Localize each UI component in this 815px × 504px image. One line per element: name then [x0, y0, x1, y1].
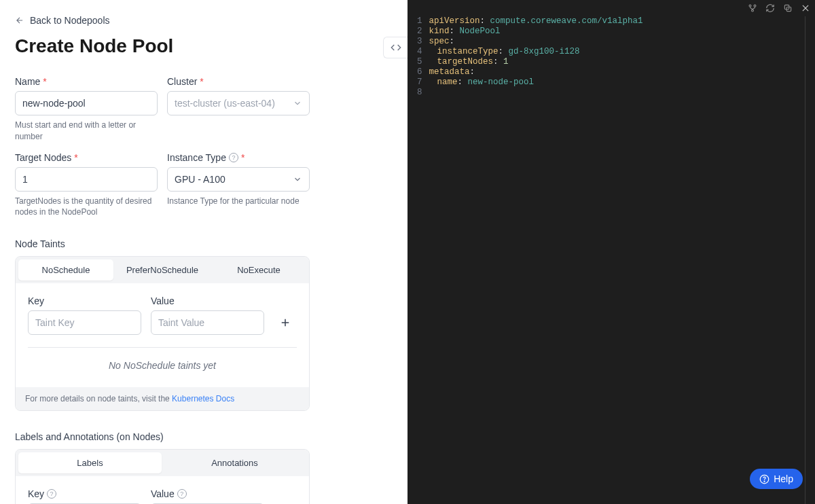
taint-key-input[interactable] [28, 310, 141, 335]
taints-panel: NoSchedule PreferNoSchedule NoExecute Ke… [15, 256, 310, 411]
target-nodes-input[interactable] [15, 167, 158, 192]
page-title: Create Node Pool [15, 35, 393, 57]
labels-panel: Labels Annotations Key ? Value ? [15, 449, 310, 504]
name-label: Name* [15, 76, 158, 87]
svg-point-4 [749, 5, 751, 7]
tab-noschedule[interactable]: NoSchedule [18, 259, 113, 281]
plus-icon [279, 317, 291, 329]
taint-value-input[interactable] [151, 310, 264, 335]
tab-annotations[interactable]: Annotations [163, 452, 306, 473]
tab-noexecute[interactable]: NoExecute [211, 259, 306, 281]
instance-type-select[interactable]: GPU - A100 [167, 167, 310, 192]
svg-point-5 [754, 5, 756, 7]
help-icon[interactable]: ? [177, 489, 187, 499]
back-link[interactable]: Back to Nodepools [15, 15, 110, 26]
help-button[interactable]: Help [750, 469, 803, 489]
instance-type-helper: Instance Type for the particular node [167, 196, 310, 207]
close-icon[interactable] [800, 3, 811, 14]
target-nodes-label: Target Nodes* [15, 152, 158, 163]
question-icon [759, 474, 769, 484]
yaml-pane: 12345678 apiVersion: compute.coreweave.c… [408, 0, 815, 504]
taints-footer: For more details on node taints, visit t… [16, 387, 309, 410]
form-pane: Back to Nodepools Create Node Pool Name*… [0, 0, 408, 504]
taints-section-label: Node Taints [15, 238, 393, 249]
help-icon[interactable]: ? [229, 153, 238, 162]
code-panel-toggle[interactable] [383, 37, 408, 58]
taints-empty-text: No NoSchedule taints yet [28, 357, 297, 375]
chevron-down-icon [293, 98, 302, 108]
refresh-icon[interactable] [765, 3, 776, 14]
branch-icon[interactable] [747, 3, 758, 14]
arrow-left-icon [15, 16, 24, 25]
kubernetes-docs-link[interactable]: Kubernetes Docs [172, 394, 234, 403]
editor-toolbar [747, 3, 811, 14]
labels-tabs: Labels Annotations [16, 450, 309, 476]
label-value-label: Value ? [151, 488, 264, 499]
svg-point-6 [752, 10, 754, 12]
target-nodes-helper: TargetNodes is the quantity of desired n… [15, 196, 158, 219]
help-icon[interactable]: ? [47, 489, 56, 499]
line-numbers: 12345678 [408, 16, 429, 98]
taints-tabs: NoSchedule PreferNoSchedule NoExecute [16, 257, 309, 283]
add-taint-button[interactable] [274, 310, 297, 335]
svg-point-12 [764, 481, 765, 482]
name-input[interactable] [15, 91, 158, 115]
name-helper: Must start and end with a letter or numb… [15, 120, 158, 143]
taint-value-label: Value [151, 295, 264, 306]
chevron-down-icon [293, 175, 302, 184]
labels-section-label: Labels and Annotations (on Nodes) [15, 431, 393, 442]
code-icon [391, 42, 401, 53]
tab-labels[interactable]: Labels [18, 452, 162, 473]
cluster-select[interactable]: test-cluster (us-east-04) [167, 91, 310, 115]
cluster-label: Cluster* [167, 76, 310, 87]
copy-icon[interactable] [782, 3, 793, 14]
yaml-code[interactable]: apiVersion: compute.coreweave.com/v1alph… [429, 16, 650, 98]
tab-prefernoschedule[interactable]: PreferNoSchedule [115, 259, 210, 281]
taint-key-label: Key [28, 295, 141, 306]
label-key-label: Key ? [28, 488, 141, 499]
instance-type-label: Instance Type ? * [167, 152, 310, 163]
back-link-label: Back to Nodepools [30, 15, 110, 26]
